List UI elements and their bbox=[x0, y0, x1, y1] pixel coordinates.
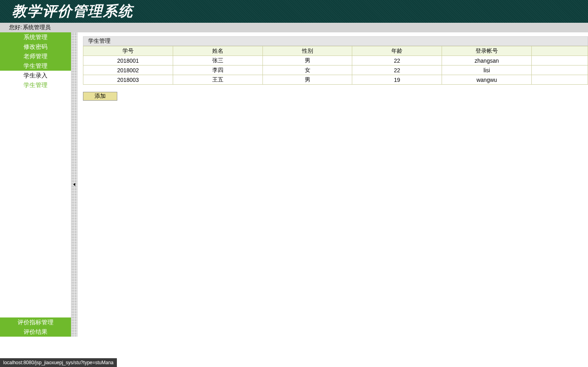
cell-actions bbox=[532, 56, 588, 65]
cell-login: lisi bbox=[442, 65, 532, 75]
sidebar-item-eval-index[interactable]: 评价指标管理 bbox=[0, 317, 71, 327]
cell-gender: 男 bbox=[262, 75, 352, 85]
cell-age: 22 bbox=[352, 65, 442, 75]
col-actions bbox=[532, 46, 588, 56]
col-gender: 性别 bbox=[262, 46, 352, 56]
cell-actions bbox=[532, 75, 588, 85]
add-button[interactable]: 添加 bbox=[83, 92, 117, 101]
cell-student-id: 2018001 bbox=[83, 56, 173, 65]
sidebar-item-change-password[interactable]: 修改密码 bbox=[0, 42, 71, 52]
cell-gender: 男 bbox=[262, 56, 352, 65]
sidebar: 系统管理 修改密码 老师管理 学生管理 学生录入 学生管理 评价指标管理 评价结… bbox=[0, 32, 71, 337]
sidebar-item-student-add[interactable]: 学生录入 bbox=[0, 71, 71, 80]
app-title: 教学评价管理系统 bbox=[12, 2, 133, 21]
col-student-id: 学号 bbox=[83, 46, 173, 56]
table-row: 2018003 王五 男 19 wangwu bbox=[83, 75, 588, 85]
col-name: 姓名 bbox=[173, 46, 262, 56]
sidebar-item-eval-result[interactable]: 评价结果 bbox=[0, 327, 71, 337]
cell-age: 22 bbox=[352, 56, 442, 65]
cell-gender: 女 bbox=[262, 65, 352, 75]
cell-name: 张三 bbox=[173, 56, 262, 65]
cell-age: 19 bbox=[352, 75, 442, 85]
sidebar-item-student-list[interactable]: 学生管理 bbox=[0, 80, 71, 90]
main-content: 学生管理 学号 姓名 性别 年龄 登录帐号 2018001 张三 男 22 bbox=[77, 32, 588, 337]
cell-name: 王五 bbox=[173, 75, 262, 85]
table-header-row: 学号 姓名 性别 年龄 登录帐号 bbox=[83, 46, 588, 56]
greeting-bar: 您好: 系统管理员 bbox=[0, 23, 588, 32]
cell-student-id: 2018002 bbox=[83, 65, 173, 75]
splitter[interactable] bbox=[71, 32, 77, 337]
cell-name: 李四 bbox=[173, 65, 262, 75]
app-header: 教学评价管理系统 bbox=[0, 0, 588, 23]
sidebar-top: 系统管理 修改密码 老师管理 学生管理 学生录入 学生管理 bbox=[0, 32, 71, 90]
col-age: 年龄 bbox=[352, 46, 442, 56]
sidebar-item-teacher-manage[interactable]: 老师管理 bbox=[0, 52, 71, 61]
panel-title: 学生管理 bbox=[83, 36, 588, 46]
student-table: 学号 姓名 性别 年龄 登录帐号 2018001 张三 男 22 zhangsa… bbox=[83, 46, 588, 85]
sidebar-item-system-manage[interactable]: 系统管理 bbox=[0, 32, 71, 42]
collapse-left-icon bbox=[73, 183, 75, 186]
greeting-user: 系统管理员 bbox=[23, 24, 51, 31]
table-row: 2018001 张三 男 22 zhangsan bbox=[83, 56, 588, 65]
col-login: 登录帐号 bbox=[442, 46, 532, 56]
body-container: 系统管理 修改密码 老师管理 学生管理 学生录入 学生管理 评价指标管理 评价结… bbox=[0, 32, 588, 337]
sidebar-item-student-manage[interactable]: 学生管理 bbox=[0, 61, 71, 71]
table-row: 2018002 李四 女 22 lisi bbox=[83, 65, 588, 75]
add-button-wrapper: 添加 bbox=[83, 92, 588, 101]
cell-actions bbox=[532, 65, 588, 75]
cell-login: zhangsan bbox=[442, 56, 532, 65]
greeting-label: 您好: bbox=[9, 24, 22, 31]
status-url: localhost:8080/jsp_jiaoxuepj_sys/stu?typ… bbox=[3, 360, 114, 365]
cell-student-id: 2018003 bbox=[83, 75, 173, 85]
status-bar: localhost:8080/jsp_jiaoxuepj_sys/stu?typ… bbox=[0, 358, 117, 367]
sidebar-bottom: 评价指标管理 评价结果 bbox=[0, 317, 71, 337]
cell-login: wangwu bbox=[442, 75, 532, 85]
